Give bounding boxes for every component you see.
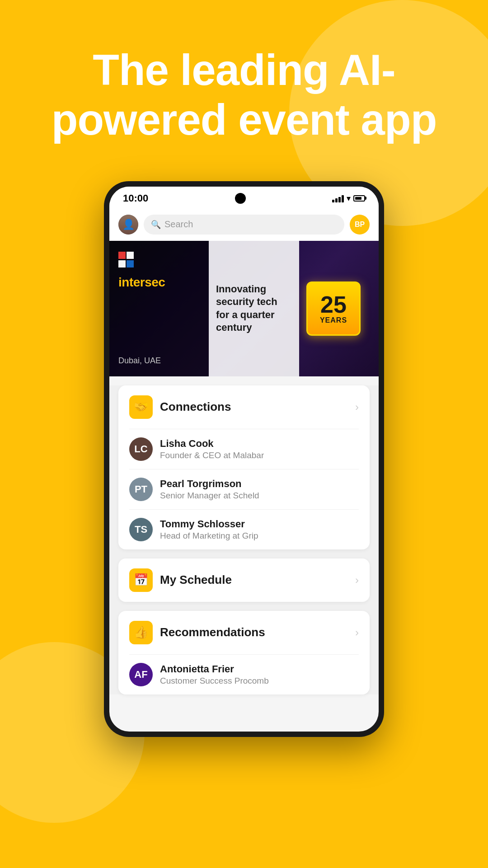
- profile-badge[interactable]: BP: [350, 215, 370, 235]
- camera-notch: [235, 193, 246, 204]
- phone-screen: 10:00 ▾ 👤: [109, 187, 379, 732]
- schedule-card: 📅 My Schedule ›: [118, 558, 370, 602]
- search-placeholder: Search: [164, 219, 193, 230]
- intersec-brand: intersec: [118, 275, 165, 290]
- schedule-title: My Schedule: [160, 573, 232, 587]
- person-role: Head of Marketing at Grip: [160, 531, 258, 541]
- banner-text-overlay: Innovating security tech for a quarter c…: [209, 241, 299, 376]
- content-area: 🤝 Connections › LC Lisha Cook Founder & …: [109, 385, 379, 694]
- avatar: LC: [129, 437, 153, 461]
- phone-frame: 10:00 ▾ 👤: [104, 181, 384, 737]
- person-name: Tommy Schlosser: [160, 518, 258, 530]
- years-number: 25: [320, 293, 347, 316]
- connections-header[interactable]: 🤝 Connections ›: [118, 385, 370, 429]
- list-item[interactable]: TS Tommy Schlosser Head of Marketing at …: [118, 510, 370, 549]
- banner-right: 25 YEARS: [288, 241, 379, 376]
- connections-title: Connections: [160, 400, 231, 414]
- battery-icon: [353, 195, 365, 202]
- years-label: YEARS: [320, 316, 347, 324]
- banner-left-panel: intersec Dubai, UAE: [109, 241, 209, 376]
- status-icons: ▾: [332, 193, 365, 203]
- recommendations-title: Recommendations: [160, 625, 265, 639]
- banner-location: Dubai, UAE: [118, 356, 161, 366]
- search-bar-container: 👤 🔍 Search BP: [109, 210, 379, 241]
- avatar: TS: [129, 518, 153, 541]
- banner-tagline: Innovating security tech for a quarter c…: [216, 283, 292, 334]
- phone-mockup: 10:00 ▾ 👤: [0, 181, 488, 737]
- intersec-logo: [118, 252, 135, 268]
- hero-section: The leading AI-powered event app: [0, 0, 488, 172]
- years-badge: 25 YEARS: [306, 282, 361, 336]
- recommendations-icon: 👍: [129, 621, 153, 644]
- avatar: PT: [129, 478, 153, 501]
- avatar: AF: [129, 663, 153, 686]
- connections-chevron: ›: [355, 401, 359, 413]
- person-name: Pearl Torgrimson: [160, 478, 259, 490]
- wifi-icon: ▾: [347, 193, 351, 203]
- connections-icon: 🤝: [129, 395, 153, 419]
- person-name: Lisha Cook: [160, 438, 264, 450]
- schedule-icon: 📅: [129, 568, 153, 592]
- list-item[interactable]: LC Lisha Cook Founder & CEO at Malabar: [118, 429, 370, 469]
- user-avatar[interactable]: 👤: [118, 215, 138, 235]
- connections-card: 🤝 Connections › LC Lisha Cook Founder & …: [118, 385, 370, 549]
- schedule-header[interactable]: 📅 My Schedule ›: [118, 558, 370, 602]
- person-role: Senior Manager at Scheld: [160, 491, 259, 501]
- search-icon: 🔍: [151, 220, 161, 230]
- person-role: Customer Success Procomb: [160, 676, 269, 686]
- search-input[interactable]: 🔍 Search: [144, 215, 344, 235]
- status-bar: 10:00 ▾: [109, 187, 379, 210]
- person-name: Antonietta Frier: [160, 663, 269, 675]
- signal-icon: [332, 194, 344, 202]
- recommendations-header[interactable]: 👍 Recommendations ›: [118, 611, 370, 654]
- recommendations-card: 👍 Recommendations › AF Antonietta Frier …: [118, 611, 370, 694]
- status-time: 10:00: [123, 192, 148, 204]
- list-item[interactable]: PT Pearl Torgrimson Senior Manager at Sc…: [118, 469, 370, 509]
- event-banner[interactable]: intersec Dubai, UAE Innovating security …: [109, 241, 379, 376]
- hero-title: The leading AI-powered event app: [27, 45, 461, 145]
- schedule-chevron: ›: [355, 574, 359, 586]
- list-item[interactable]: AF Antonietta Frier Customer Success Pro…: [118, 655, 370, 694]
- recommendations-chevron: ›: [355, 626, 359, 639]
- person-role: Founder & CEO at Malabar: [160, 450, 264, 460]
